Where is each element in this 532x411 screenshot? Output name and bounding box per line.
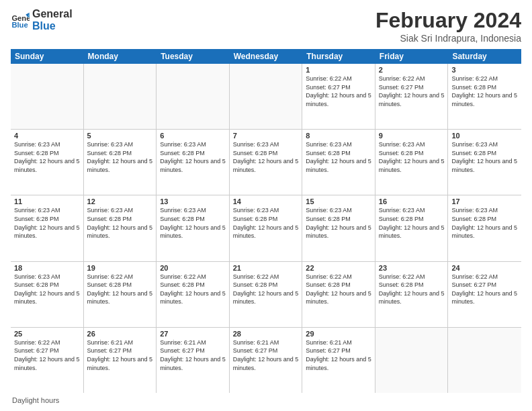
day-cell-12: 12Sunrise: 6:23 AM Sunset: 6:28 PM Dayli… xyxy=(84,195,157,261)
day-info: Sunrise: 6:23 AM Sunset: 6:28 PM Dayligh… xyxy=(14,206,80,240)
day-cell-27: 27Sunrise: 6:21 AM Sunset: 6:27 PM Dayli… xyxy=(157,328,230,393)
day-info: Sunrise: 6:22 AM Sunset: 6:28 PM Dayligh… xyxy=(160,273,226,306)
day-cell-7: 7Sunrise: 6:23 AM Sunset: 6:28 PM Daylig… xyxy=(230,130,303,195)
day-info: Sunrise: 6:22 AM Sunset: 6:28 PM Dayligh… xyxy=(451,75,518,108)
day-number: 24 xyxy=(451,264,518,272)
logo: General Blue General Blue xyxy=(11,8,73,33)
day-number: 29 xyxy=(306,330,371,338)
logo-blue: Blue xyxy=(32,20,73,32)
day-number: 10 xyxy=(451,132,518,140)
day-info: Sunrise: 6:21 AM Sunset: 6:27 PM Dayligh… xyxy=(233,338,299,372)
day-cell-1: 1Sunrise: 6:22 AM Sunset: 6:27 PM Daylig… xyxy=(302,64,375,129)
header-day-sunday: Sunday xyxy=(11,49,84,64)
title-section: February 2024 Siak Sri Indrapura, Indone… xyxy=(375,8,521,44)
week-row-5: 25Sunrise: 6:22 AM Sunset: 6:27 PM Dayli… xyxy=(11,328,521,393)
day-cell-25: 25Sunrise: 6:22 AM Sunset: 6:27 PM Dayli… xyxy=(11,328,84,393)
day-info: Sunrise: 6:22 AM Sunset: 6:28 PM Dayligh… xyxy=(233,273,299,306)
day-cell-9: 9Sunrise: 6:23 AM Sunset: 6:28 PM Daylig… xyxy=(375,130,449,195)
day-info: Sunrise: 6:23 AM Sunset: 6:28 PM Dayligh… xyxy=(379,140,445,174)
page: General Blue General Blue February 2024 … xyxy=(0,0,532,411)
day-cell-5: 5Sunrise: 6:23 AM Sunset: 6:28 PM Daylig… xyxy=(84,130,157,195)
day-info: Sunrise: 6:23 AM Sunset: 6:28 PM Dayligh… xyxy=(14,273,80,306)
empty-cell xyxy=(375,328,449,393)
day-info: Sunrise: 6:23 AM Sunset: 6:28 PM Dayligh… xyxy=(306,140,371,174)
day-cell-19: 19Sunrise: 6:22 AM Sunset: 6:28 PM Dayli… xyxy=(84,262,157,327)
day-info: Sunrise: 6:21 AM Sunset: 6:27 PM Dayligh… xyxy=(87,338,153,372)
day-cell-16: 16Sunrise: 6:23 AM Sunset: 6:28 PM Dayli… xyxy=(375,195,449,261)
day-cell-28: 28Sunrise: 6:21 AM Sunset: 6:27 PM Dayli… xyxy=(230,328,303,393)
day-info: Sunrise: 6:23 AM Sunset: 6:28 PM Dayligh… xyxy=(451,140,518,174)
empty-cell xyxy=(230,64,303,129)
day-number: 2 xyxy=(379,66,445,74)
day-cell-22: 22Sunrise: 6:22 AM Sunset: 6:28 PM Dayli… xyxy=(302,262,375,327)
empty-cell xyxy=(11,64,84,129)
day-info: Sunrise: 6:22 AM Sunset: 6:27 PM Dayligh… xyxy=(451,273,518,306)
day-info: Sunrise: 6:23 AM Sunset: 6:28 PM Dayligh… xyxy=(233,140,299,174)
day-number: 25 xyxy=(14,330,80,338)
empty-cell xyxy=(157,64,230,129)
day-info: Sunrise: 6:23 AM Sunset: 6:28 PM Dayligh… xyxy=(233,206,299,240)
day-info: Sunrise: 6:23 AM Sunset: 6:28 PM Dayligh… xyxy=(160,140,226,174)
day-cell-29: 29Sunrise: 6:21 AM Sunset: 6:27 PM Dayli… xyxy=(302,328,375,393)
header-day-friday: Friday xyxy=(375,49,449,64)
day-cell-3: 3Sunrise: 6:22 AM Sunset: 6:28 PM Daylig… xyxy=(448,64,521,129)
day-number: 22 xyxy=(306,264,371,272)
day-number: 28 xyxy=(233,330,299,338)
day-cell-14: 14Sunrise: 6:23 AM Sunset: 6:28 PM Dayli… xyxy=(230,195,303,261)
day-cell-21: 21Sunrise: 6:22 AM Sunset: 6:28 PM Dayli… xyxy=(230,262,303,327)
calendar: SundayMondayTuesdayWednesdayThursdayFrid… xyxy=(11,49,521,393)
top-section: General Blue General Blue February 2024 … xyxy=(11,8,521,44)
header-day-thursday: Thursday xyxy=(302,49,375,64)
day-number: 9 xyxy=(379,132,445,140)
day-info: Sunrise: 6:23 AM Sunset: 6:28 PM Dayligh… xyxy=(451,206,518,240)
day-cell-20: 20Sunrise: 6:22 AM Sunset: 6:28 PM Dayli… xyxy=(157,262,230,327)
day-number: 1 xyxy=(306,66,371,74)
header-day-monday: Monday xyxy=(84,49,157,64)
day-number: 20 xyxy=(160,264,226,272)
day-cell-2: 2Sunrise: 6:22 AM Sunset: 6:27 PM Daylig… xyxy=(375,64,449,129)
day-number: 26 xyxy=(87,330,153,338)
week-row-4: 18Sunrise: 6:23 AM Sunset: 6:28 PM Dayli… xyxy=(11,262,521,328)
day-info: Sunrise: 6:23 AM Sunset: 6:28 PM Dayligh… xyxy=(87,206,153,240)
week-row-2: 4Sunrise: 6:23 AM Sunset: 6:28 PM Daylig… xyxy=(11,130,521,195)
day-info: Sunrise: 6:22 AM Sunset: 6:28 PM Dayligh… xyxy=(379,273,445,306)
day-info: Sunrise: 6:22 AM Sunset: 6:27 PM Dayligh… xyxy=(14,338,80,372)
svg-text:Blue: Blue xyxy=(11,21,28,30)
day-cell-13: 13Sunrise: 6:23 AM Sunset: 6:28 PM Dayli… xyxy=(157,195,230,261)
day-number: 7 xyxy=(233,132,299,140)
week-row-1: 1Sunrise: 6:22 AM Sunset: 6:27 PM Daylig… xyxy=(11,64,521,130)
day-info: Sunrise: 6:22 AM Sunset: 6:28 PM Dayligh… xyxy=(306,273,371,306)
header-day-tuesday: Tuesday xyxy=(157,49,230,64)
day-cell-11: 11Sunrise: 6:23 AM Sunset: 6:28 PM Dayli… xyxy=(11,195,84,261)
day-number: 23 xyxy=(379,264,445,272)
day-number: 14 xyxy=(233,197,299,205)
logo-icon: General Blue xyxy=(11,11,30,30)
day-info: Sunrise: 6:23 AM Sunset: 6:28 PM Dayligh… xyxy=(160,206,226,240)
day-cell-17: 17Sunrise: 6:23 AM Sunset: 6:28 PM Dayli… xyxy=(448,195,521,261)
day-number: 13 xyxy=(160,197,226,205)
day-number: 16 xyxy=(379,197,445,205)
day-number: 5 xyxy=(87,132,153,140)
calendar-header: SundayMondayTuesdayWednesdayThursdayFrid… xyxy=(11,49,521,64)
day-cell-8: 8Sunrise: 6:23 AM Sunset: 6:28 PM Daylig… xyxy=(302,130,375,195)
day-info: Sunrise: 6:23 AM Sunset: 6:28 PM Dayligh… xyxy=(379,206,445,240)
day-cell-6: 6Sunrise: 6:23 AM Sunset: 6:28 PM Daylig… xyxy=(157,130,230,195)
day-number: 18 xyxy=(14,264,80,272)
day-info: Sunrise: 6:22 AM Sunset: 6:27 PM Dayligh… xyxy=(306,75,371,108)
day-info: Sunrise: 6:23 AM Sunset: 6:28 PM Dayligh… xyxy=(87,140,153,174)
day-number: 3 xyxy=(451,66,518,74)
day-number: 4 xyxy=(14,132,80,140)
calendar-body: 1Sunrise: 6:22 AM Sunset: 6:27 PM Daylig… xyxy=(11,64,521,393)
day-info: Sunrise: 6:23 AM Sunset: 6:28 PM Dayligh… xyxy=(14,140,80,174)
day-cell-4: 4Sunrise: 6:23 AM Sunset: 6:28 PM Daylig… xyxy=(11,130,84,195)
day-number: 15 xyxy=(306,197,371,205)
empty-cell xyxy=(84,64,157,129)
day-number: 27 xyxy=(160,330,226,338)
day-number: 17 xyxy=(451,197,518,205)
day-number: 11 xyxy=(14,197,80,205)
week-row-3: 11Sunrise: 6:23 AM Sunset: 6:28 PM Dayli… xyxy=(11,195,521,261)
day-number: 6 xyxy=(160,132,226,140)
main-title: February 2024 xyxy=(375,8,521,33)
day-cell-15: 15Sunrise: 6:23 AM Sunset: 6:28 PM Dayli… xyxy=(302,195,375,261)
day-cell-10: 10Sunrise: 6:23 AM Sunset: 6:28 PM Dayli… xyxy=(448,130,521,195)
